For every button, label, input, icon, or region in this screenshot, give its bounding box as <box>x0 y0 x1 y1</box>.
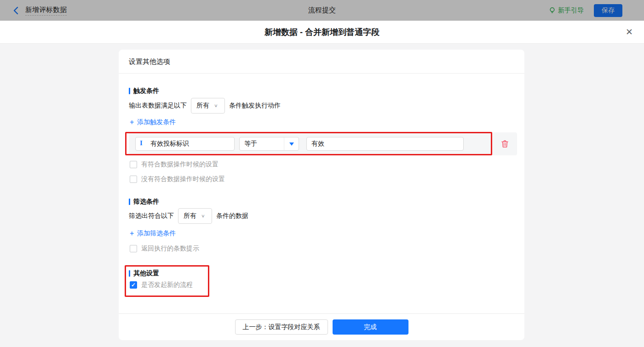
add-filter-condition-link[interactable]: + 添加筛选条件 <box>130 229 176 238</box>
checkbox-count-tip-label: 返回执行的条数提示 <box>141 245 199 253</box>
section-marker <box>129 199 130 205</box>
card-header-title: 设置其他选项 <box>119 50 524 74</box>
chevron-down-icon: ∨ <box>214 103 218 108</box>
text-field-type-icon: I <box>140 139 143 147</box>
checkbox-row-new-flow: ✓ 是否发起新的流程 <box>130 281 193 289</box>
filter-match-row: 筛选出符合以下 所有 ∨ 条件的数据 <box>129 208 248 224</box>
settings-card: 设置其他选项 触发条件 输出表数据满足以下 所有 ∨ 条件触发执行动作 + 添加… <box>119 50 524 340</box>
chevron-down-icon: ∨ <box>201 213 205 218</box>
checkbox-row-no-match: 没有符合数据操作时候的设置 <box>130 175 225 183</box>
dialog-title: 新增数据 - 合并新增到普通字段 <box>0 21 644 44</box>
checkbox-count-tip[interactable] <box>130 245 137 252</box>
section-marker <box>129 270 130 277</box>
delete-condition-icon[interactable] <box>501 140 509 148</box>
caret-down-icon <box>284 137 299 150</box>
filter-match-select[interactable]: 所有 ∨ <box>178 208 212 224</box>
card-footer: 上一步：设置字段对应关系 完成 <box>119 313 524 340</box>
section-other-title: 其他设置 <box>129 269 159 278</box>
condition-operator-select[interactable]: 等于 <box>239 137 299 151</box>
modal-dim-mask <box>0 0 644 21</box>
checkbox-has-match[interactable] <box>130 161 137 168</box>
section-marker <box>129 88 130 94</box>
checkbox-new-flow-label: 是否发起新的流程 <box>141 281 193 289</box>
trigger-match-row: 输出表数据满足以下 所有 ∨ 条件触发执行动作 <box>129 98 281 114</box>
trigger-match-select[interactable]: 所有 ∨ <box>191 98 225 114</box>
add-trigger-condition-link[interactable]: + 添加触发条件 <box>130 118 176 126</box>
trigger-match-suffix: 条件触发执行动作 <box>229 102 281 110</box>
check-icon: ✓ <box>131 282 136 288</box>
checkbox-no-match-label: 没有符合数据操作时候的设置 <box>141 175 225 183</box>
checkbox-has-match-label: 有符合数据操作时候的设置 <box>141 160 218 169</box>
plus-icon: + <box>130 119 134 125</box>
dialog-header: 新增数据 - 合并新增到普通字段 ✕ <box>0 21 644 44</box>
topbar: 新增评标数据 流程提交 新手引导 保存 <box>0 0 644 21</box>
checkbox-new-flow[interactable]: ✓ <box>130 281 137 289</box>
checkbox-no-match[interactable] <box>130 176 137 183</box>
done-button[interactable]: 完成 <box>333 319 408 335</box>
plus-icon: + <box>130 230 134 237</box>
trigger-condition-row: I 等于 <box>129 132 517 155</box>
section-filter-title: 筛选条件 <box>129 198 159 206</box>
condition-value-input[interactable] <box>306 137 464 151</box>
filter-match-prefix: 筛选出符合以下 <box>129 212 174 220</box>
filter-match-suffix: 条件的数据 <box>216 212 248 220</box>
trigger-match-prefix: 输出表数据满足以下 <box>129 102 187 110</box>
section-trigger-title: 触发条件 <box>129 87 159 95</box>
prev-step-button[interactable]: 上一步：设置字段对应关系 <box>235 319 328 335</box>
checkbox-row-has-match: 有符合数据操作时候的设置 <box>130 160 218 169</box>
close-icon[interactable]: ✕ <box>626 26 633 38</box>
checkbox-row-count-tip: 返回执行的条数提示 <box>130 245 199 253</box>
condition-field-input[interactable] <box>135 137 235 151</box>
